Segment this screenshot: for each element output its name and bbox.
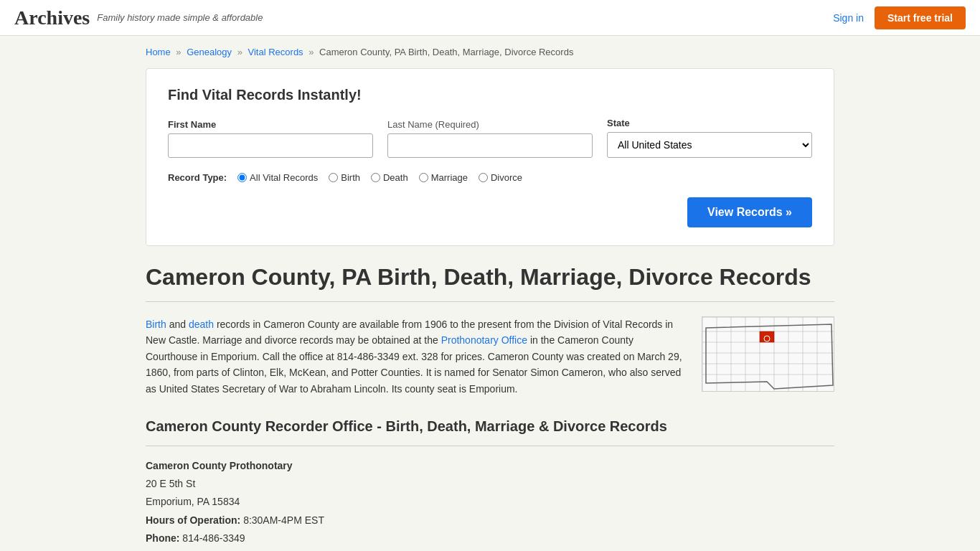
- header-left: Archives Family history made simple & af…: [14, 6, 263, 29]
- search-title: Find Vital Records Instantly!: [168, 87, 812, 103]
- breadcrumb: Home » Genealogy » Vital Records » Camer…: [146, 47, 834, 57]
- state-select[interactable]: All United States: [607, 132, 812, 158]
- record-type-all-vital[interactable]: All Vital Records: [237, 172, 318, 183]
- record-type-death[interactable]: Death: [371, 172, 408, 183]
- office-fax: Fax: 814-486-0464: [146, 547, 834, 551]
- record-type-marriage[interactable]: Marriage: [419, 172, 468, 183]
- breadcrumb-genealogy[interactable]: Genealogy: [187, 47, 232, 57]
- radio-birth[interactable]: [329, 173, 338, 182]
- breadcrumb-current: Cameron County, PA Birth, Death, Marriag…: [319, 47, 573, 57]
- death-link[interactable]: death: [189, 319, 214, 330]
- record-type-divorce[interactable]: Divorce: [479, 172, 522, 183]
- title-divider: [146, 301, 834, 302]
- office-hours: Hours of Operation: 8:30AM-4PM EST: [146, 512, 834, 529]
- prothonotary-link[interactable]: Prothonotary Office: [441, 334, 527, 346]
- radio-all-vital[interactable]: [237, 173, 247, 182]
- office-address1: 20 E 5th St: [146, 475, 834, 493]
- svg-rect-0: [702, 317, 834, 392]
- radio-marriage[interactable]: [419, 173, 428, 182]
- content-area: Birth and death records in Cameron Count…: [146, 316, 834, 397]
- record-type-birth[interactable]: Birth: [329, 172, 360, 183]
- page-title: Cameron County, PA Birth, Death, Marriag…: [146, 264, 834, 291]
- site-header: Archives Family history made simple & af…: [0, 0, 980, 36]
- first-name-group: First Name: [168, 119, 373, 158]
- first-name-input[interactable]: [168, 133, 373, 158]
- svg-point-15: [764, 336, 770, 342]
- record-type-label: Record Type:: [168, 172, 227, 183]
- sign-in-link[interactable]: Sign in: [833, 12, 864, 24]
- breadcrumb-sep1: »: [176, 47, 181, 57]
- body-text-1: and: [169, 319, 189, 330]
- header-right: Sign in Start free trial: [833, 6, 966, 29]
- state-group: State All United States: [607, 118, 812, 158]
- state-label: State: [607, 118, 812, 128]
- last-name-input[interactable]: [387, 133, 593, 158]
- office-name: Cameron County Prothonotary: [146, 457, 834, 475]
- content-map: [702, 316, 834, 397]
- birth-link[interactable]: Birth: [146, 319, 166, 330]
- content-text: Birth and death records in Cameron Count…: [146, 316, 687, 397]
- body-paragraph: Birth and death records in Cameron Count…: [146, 316, 687, 397]
- section-heading: Cameron County Recorder Office - Birth, …: [146, 418, 834, 435]
- main-content: Home » Genealogy » Vital Records » Camer…: [131, 36, 849, 551]
- search-box: Find Vital Records Instantly! First Name…: [146, 68, 834, 246]
- breadcrumb-home[interactable]: Home: [146, 47, 171, 57]
- start-trial-button[interactable]: Start free trial: [875, 6, 966, 29]
- record-type-row: Record Type: All Vital Records Birth Dea…: [168, 172, 812, 183]
- logo-tagline: Family history made simple & affordable: [97, 12, 263, 23]
- search-btn-row: View Records »: [168, 197, 812, 227]
- record-type-options: All Vital Records Birth Death Marriage D…: [237, 172, 522, 183]
- logo: Archives: [14, 6, 90, 29]
- office-info: Cameron County Prothonotary 20 E 5th St …: [146, 457, 834, 551]
- breadcrumb-sep3: »: [308, 47, 314, 57]
- office-phone: Phone: 814-486-3349: [146, 529, 834, 547]
- radio-death[interactable]: [371, 173, 380, 182]
- radio-divorce[interactable]: [479, 173, 488, 182]
- search-fields: First Name Last Name (Required) State Al…: [168, 118, 812, 158]
- first-name-label: First Name: [168, 119, 373, 130]
- last-name-label: Last Name (Required): [387, 119, 593, 130]
- office-address2: Emporium, PA 15834: [146, 493, 834, 511]
- breadcrumb-sep2: »: [237, 47, 242, 57]
- breadcrumb-vital-records[interactable]: Vital Records: [248, 47, 303, 57]
- section-divider: [146, 446, 834, 446]
- view-records-button[interactable]: View Records »: [687, 197, 812, 227]
- last-name-group: Last Name (Required): [387, 119, 593, 158]
- pa-map: [702, 316, 834, 392]
